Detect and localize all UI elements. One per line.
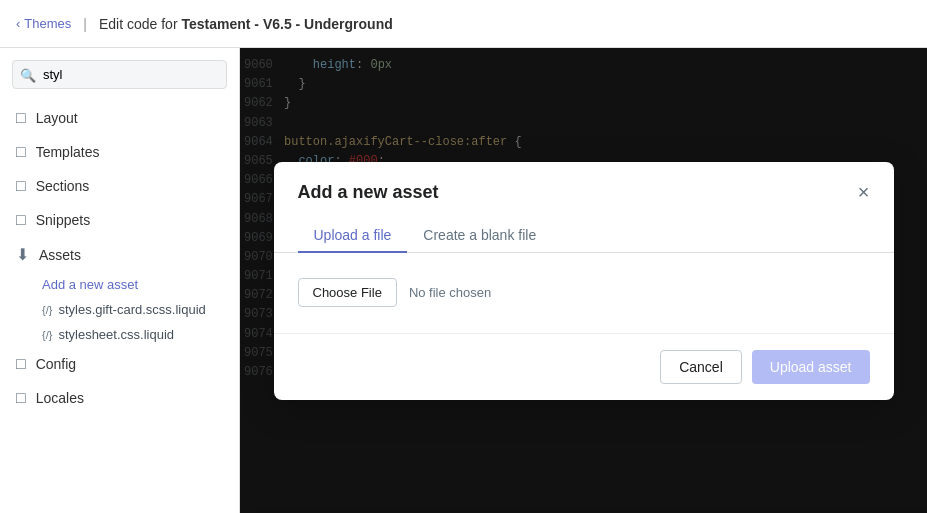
modal-overlay: Add a new asset × Upload a file Create a… <box>240 48 927 513</box>
themes-link[interactable]: Themes <box>24 16 71 31</box>
snippets-icon: □ <box>16 211 26 229</box>
add-asset-modal: Add a new asset × Upload a file Create a… <box>274 162 894 400</box>
tab-upload-file[interactable]: Upload a file <box>298 219 408 253</box>
file-icon: {/} <box>42 329 52 341</box>
sidebar-item-label: Snippets <box>36 212 90 228</box>
top-bar: ‹ Themes | Edit code for Testament - V6.… <box>0 0 927 48</box>
sidebar-item-label: Config <box>36 356 76 372</box>
modal-body: Choose File No file chosen <box>274 253 894 333</box>
sidebar-item-sections[interactable]: □ Sections <box>0 169 239 203</box>
no-file-text: No file chosen <box>409 285 491 300</box>
assets-icon: ⬇ <box>16 245 29 264</box>
chevron-left-icon: ‹ <box>16 16 20 31</box>
locales-icon: □ <box>16 389 26 407</box>
sidebar-item-layout[interactable]: □ Layout <box>0 101 239 135</box>
sidebar-item-label: Locales <box>36 390 84 406</box>
sidebar-item-label: Sections <box>36 178 90 194</box>
search-icon: 🔍 <box>20 67 36 82</box>
sidebar-item-label: Layout <box>36 110 78 126</box>
modal-footer: Cancel Upload asset <box>274 333 894 400</box>
upload-asset-button[interactable]: Upload asset <box>752 350 870 384</box>
templates-icon: □ <box>16 143 26 161</box>
search-input[interactable] <box>12 60 227 89</box>
modal-header: Add a new asset × <box>274 162 894 219</box>
layout-icon: □ <box>16 109 26 127</box>
main-layout: 🔍 □ Layout □ Templates □ Sections □ Snip… <box>0 0 927 513</box>
file-item-stylesheet[interactable]: {/} stylesheet.css.liquid <box>0 322 239 347</box>
modal-tabs: Upload a file Create a blank file <box>274 219 894 253</box>
cancel-button[interactable]: Cancel <box>660 350 742 384</box>
sidebar: 🔍 □ Layout □ Templates □ Sections □ Snip… <box>0 48 240 513</box>
sidebar-item-config[interactable]: □ Config <box>0 347 239 381</box>
code-editor-area: 9060 height: 0px9061 }9062}9063 9064butt… <box>240 48 927 513</box>
sections-icon: □ <box>16 177 26 195</box>
breadcrumb-separator: | <box>83 16 87 32</box>
sidebar-item-snippets[interactable]: □ Snippets <box>0 203 239 237</box>
config-icon: □ <box>16 355 26 373</box>
modal-title: Add a new asset <box>298 182 439 203</box>
sidebar-item-templates[interactable]: □ Templates <box>0 135 239 169</box>
sidebar-item-label: Assets <box>39 247 81 263</box>
modal-close-button[interactable]: × <box>858 182 870 202</box>
file-icon: {/} <box>42 304 52 316</box>
search-box: 🔍 <box>0 60 239 101</box>
back-to-themes[interactable]: ‹ Themes <box>16 16 71 31</box>
sidebar-item-locales[interactable]: □ Locales <box>0 381 239 415</box>
choose-file-button[interactable]: Choose File <box>298 278 397 307</box>
sidebar-item-label: Templates <box>36 144 100 160</box>
file-item-gift-card[interactable]: {/} styles.gift-card.scss.liquid <box>0 297 239 322</box>
sidebar-item-assets[interactable]: ⬇ Assets <box>0 237 239 272</box>
page-title: Edit code for Testament - V6.5 - Undergr… <box>99 16 393 32</box>
tab-create-blank[interactable]: Create a blank file <box>407 219 552 253</box>
add-new-asset-link[interactable]: Add a new asset <box>0 272 239 297</box>
